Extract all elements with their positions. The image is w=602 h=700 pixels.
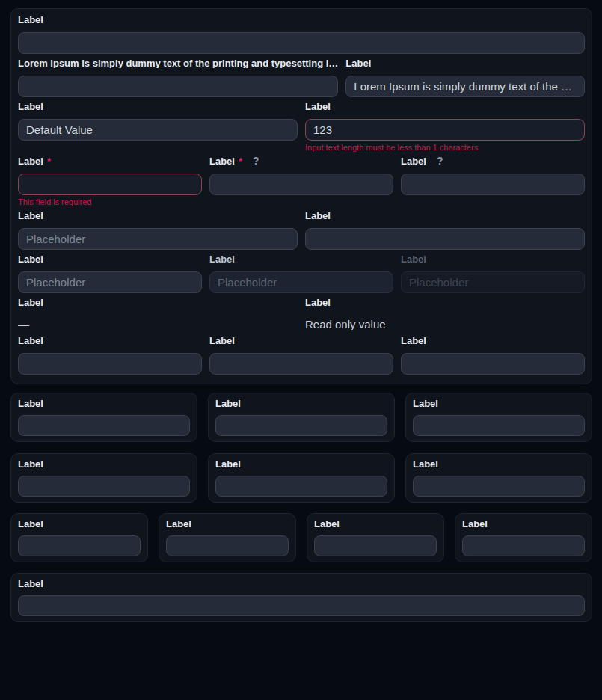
help-field: Label ?: [401, 156, 585, 206]
field-label: Label: [166, 519, 191, 529]
text-input[interactable]: [413, 476, 585, 497]
field-label-row: Label: [18, 298, 298, 307]
field-label: Label: [413, 459, 438, 469]
card-row-3: Label Label Label Label: [10, 513, 592, 562]
field-label-row: Label: [401, 336, 585, 346]
field-label: Label: [18, 579, 43, 589]
required-asterisk-icon: *: [239, 156, 242, 166]
form-row-6: Label Label Label: [18, 254, 585, 293]
text-input[interactable]: [18, 271, 202, 293]
text-input-error[interactable]: [18, 174, 202, 195]
text-input[interactable]: [462, 535, 585, 556]
field-label: Label: [413, 399, 438, 408]
text-field: Label: [18, 15, 585, 54]
field-label: Label: [18, 211, 43, 221]
field-label-row: Label: [18, 254, 202, 264]
field-label: Label: [215, 459, 241, 469]
field-label-row: Label: [209, 254, 393, 264]
field-label: Label: [18, 519, 43, 529]
card-row-2: Label Label Label: [10, 453, 592, 503]
field-label-row: Label ?: [401, 156, 585, 166]
text-input[interactable]: [401, 353, 585, 375]
readonly-value: —: [18, 319, 298, 330]
field-label-row: Lorem Ipsum is simply dummy text of the …: [18, 58, 338, 68]
field-card: Label: [405, 453, 592, 503]
text-input[interactable]: [18, 228, 298, 250]
field-error-message: This field is required: [18, 198, 202, 206]
card-row-4: Label: [10, 573, 592, 622]
long-label-field: Lorem Ipsum is simply dummy text of the …: [18, 58, 338, 97]
form-row-8: Label Label Label: [18, 336, 585, 375]
text-input[interactable]: [18, 119, 298, 141]
text-input[interactable]: [18, 76, 338, 97]
required-field: Label * This field is required: [18, 156, 202, 206]
placeholder-field-disabled: Label: [209, 254, 393, 293]
field-label-row: Label: [305, 298, 585, 307]
text-input[interactable]: [215, 476, 387, 497]
field-label: Label: [401, 156, 426, 166]
text-input[interactable]: [18, 595, 585, 616]
form-row-5: Label Label: [18, 211, 585, 250]
required-asterisk-icon: *: [47, 156, 51, 166]
text-input[interactable]: [209, 174, 393, 195]
plain-field: Label: [305, 211, 585, 250]
field-label: Label: [18, 459, 43, 469]
text-input[interactable]: [18, 535, 141, 556]
field-label-row: Label: [305, 102, 585, 111]
field-label-row: Label: [18, 15, 585, 25]
placeholder-field-most-disabled: Label: [401, 254, 585, 293]
field-label: Label: [209, 336, 235, 346]
plain-field: Label: [209, 336, 393, 375]
field-label-row: Label: [18, 211, 298, 221]
field-card: Label: [208, 393, 395, 442]
field-error-message: Input text length must be less than 1 ch…: [305, 144, 585, 152]
text-input[interactable]: [401, 174, 585, 195]
field-label-row: Label: [413, 399, 585, 408]
text-input-disabled: [209, 271, 393, 293]
help-icon[interactable]: ?: [253, 156, 259, 166]
field-label: Label: [215, 399, 241, 408]
field-label-row: Label: [462, 519, 585, 529]
field-card: Label: [10, 513, 148, 562]
text-input[interactable]: [413, 415, 585, 436]
text-input[interactable]: [18, 415, 190, 436]
text-input[interactable]: [18, 353, 202, 375]
field-label: Label: [18, 102, 43, 111]
field-card: Label: [10, 393, 197, 442]
field-label-row: Label: [215, 399, 387, 408]
text-input[interactable]: [18, 32, 585, 54]
readonly-value-field: Label Read only value: [305, 298, 585, 331]
form-row-3: Label Label Input text length must be le…: [18, 102, 585, 152]
readonly-empty-field: Label —: [18, 298, 298, 331]
text-input[interactable]: [314, 535, 437, 556]
form-row-2: Lorem Ipsum is simply dummy text of the …: [18, 58, 585, 97]
plain-field: Label: [18, 336, 202, 375]
placeholder-field: Label: [18, 211, 298, 250]
field-label: Label: [209, 156, 235, 166]
help-icon[interactable]: ?: [437, 156, 443, 166]
field-card: Label: [405, 393, 592, 442]
plain-field: Label: [401, 336, 585, 375]
field-label-row: Label: [209, 336, 393, 346]
text-input-error[interactable]: [305, 119, 585, 141]
text-input[interactable]: [345, 76, 585, 97]
field-label: Label: [18, 336, 43, 346]
text-input[interactable]: [215, 415, 387, 436]
field-card: Label: [455, 513, 592, 562]
field-label-row: Label *: [18, 156, 202, 166]
text-input[interactable]: [18, 476, 190, 497]
field-label-row: Label: [18, 336, 202, 346]
text-input-disabled: [401, 271, 585, 293]
field-label-row: Label: [18, 459, 190, 469]
field-label-row: Label: [413, 459, 585, 469]
field-label: Label: [209, 254, 235, 264]
card-row-1: Label Label Label: [10, 393, 592, 442]
field-label-row: Label: [314, 519, 437, 529]
default-value-field: Label: [18, 102, 298, 152]
field-card: Label: [10, 453, 197, 503]
text-input[interactable]: [166, 535, 289, 556]
text-input[interactable]: [209, 353, 393, 375]
max-length-error-field: Label Input text length must be less tha…: [305, 102, 585, 152]
text-input[interactable]: [305, 228, 585, 250]
field-label-row: Label * ?: [209, 156, 393, 166]
